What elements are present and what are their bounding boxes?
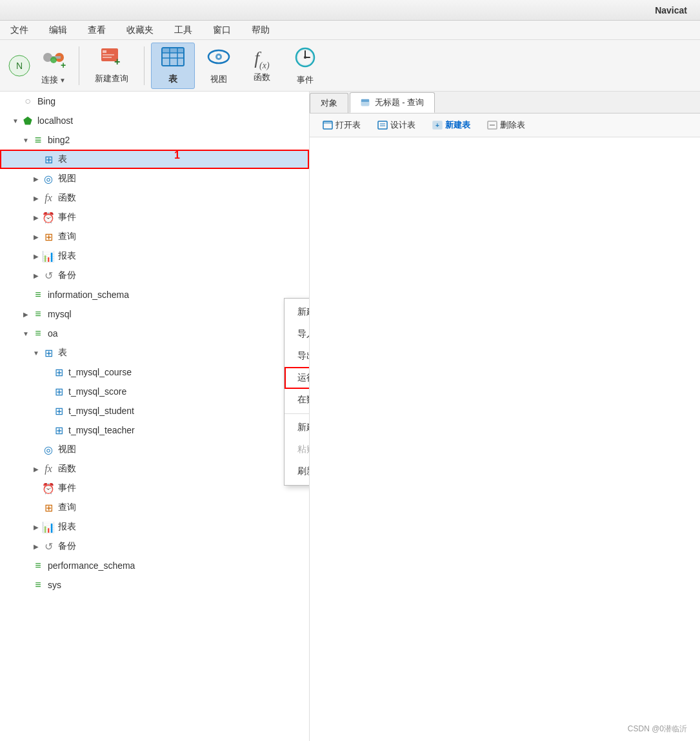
sidebar-item-info-schema[interactable]: ≡ information_schema <box>0 285 309 304</box>
sidebar-item-oa-view[interactable]: ◎ 视图 <box>0 440 309 459</box>
svg-text:N: N <box>16 61 23 71</box>
new-table-button[interactable]: + 新建表 <box>426 117 477 133</box>
oa-report-label: 报表 <box>58 521 76 533</box>
sidebar-item-sys[interactable]: ≡ sys <box>0 575 309 595</box>
sidebar-item-bing2-report[interactable]: ▶ 📊 报表 <box>0 246 309 266</box>
oa-course-label: t_mysql_course <box>68 367 132 377</box>
oa-event-label: 事件 <box>58 482 76 494</box>
ctx-find-in-db[interactable]: 在数据库中查找 <box>285 389 310 411</box>
context-menu: 新建表 导入向导... 导出向导... 运行 SQL 文件... 在数据库中查找… <box>284 298 310 486</box>
menu-window[interactable]: 窗口 <box>209 23 235 37</box>
svg-text:+: + <box>114 56 120 66</box>
oa-backup-label: 备份 <box>58 540 76 552</box>
delete-table-button[interactable]: 删除表 <box>481 117 532 133</box>
sidebar-item-bing2-table[interactable]: ⊞ 表 <box>0 150 309 169</box>
sidebar-item-bing2-backup[interactable]: ▶ ↺ 备份 <box>0 266 309 285</box>
ctx-new-group[interactable]: 新建组 <box>285 417 310 439</box>
right-toolbar: 打开表 设计表 + 新建表 删除表 <box>310 114 700 137</box>
ctx-new-table[interactable]: 新建表 <box>285 301 310 323</box>
sidebar-item-mysql[interactable]: ▶ ≡ mysql <box>0 304 309 324</box>
menu-favorites[interactable]: 收藏夹 <box>123 23 157 37</box>
oa-backup-expand[interactable]: ▶ <box>31 543 41 550</box>
bing2-function-expand[interactable]: ▶ <box>31 195 41 202</box>
function-toolbar-button[interactable]: f(x) 函数 <box>243 43 281 89</box>
bing2-query-expand[interactable]: ▶ <box>31 233 41 241</box>
svg-rect-9 <box>103 54 114 55</box>
tab-object[interactable]: 对象 <box>310 93 348 113</box>
sidebar-item-bing2-event[interactable]: ▶ ⏰ 事件 <box>0 208 309 227</box>
sys-icon: ≡ <box>31 579 45 591</box>
toolbar: N + 连接 ▼ + <box>0 40 700 92</box>
sidebar-item-perf-schema[interactable]: ≡ performance_schema <box>0 556 309 575</box>
bing-icon: ○ <box>21 95 35 107</box>
info-schema-icon: ≡ <box>31 289 45 301</box>
ctx-import[interactable]: 导入向导... <box>285 323 310 345</box>
oa-function-expand[interactable]: ▶ <box>31 466 41 473</box>
bing2-backup-expand[interactable]: ▶ <box>31 272 41 279</box>
mysql-expand[interactable]: ▶ <box>21 311 31 318</box>
sidebar-item-oa[interactable]: ▼ ≡ oa <box>0 324 309 343</box>
sidebar-item-oa-report[interactable]: ▶ 📊 报表 <box>0 517 309 537</box>
sidebar-item-bing2-function[interactable]: ▶ fx 函数 <box>0 188 309 208</box>
menu-file[interactable]: 文件 <box>6 23 32 37</box>
sidebar-item-oa-t-teacher[interactable]: ⊞ t_mysql_teacher <box>0 420 309 440</box>
localhost-icon: ⬟ <box>21 115 35 127</box>
new-table-label: 新建表 <box>445 119 470 131</box>
oa-report-icon: 📊 <box>41 521 55 533</box>
sidebar-item-oa-t-score[interactable]: ⊞ t_mysql_score <box>0 382 309 401</box>
sidebar-item-oa-function[interactable]: ▶ fx 函数 <box>0 459 309 479</box>
svg-text:+: + <box>61 60 66 70</box>
svg-rect-28 <box>361 99 369 102</box>
title-bar: Navicat <box>0 0 700 21</box>
sidebar-item-bing2-query[interactable]: ▶ ⊞ 查询 <box>0 227 309 246</box>
event-toolbar-button[interactable]: 事件 <box>284 43 326 89</box>
event-toolbar-label: 事件 <box>297 74 314 86</box>
sidebar-item-oa-query[interactable]: ⊞ 查询 <box>0 498 309 517</box>
oa-report-expand[interactable]: ▶ <box>31 524 41 531</box>
bing2-label: bing2 <box>48 135 70 145</box>
menu-view[interactable]: 查看 <box>84 23 110 37</box>
sidebar-item-bing2-view[interactable]: ▶ ◎ 视图 <box>0 169 309 188</box>
sidebar-item-oa-t-course[interactable]: ⊞ t_mysql_course <box>0 362 309 382</box>
oa-student-icon: ⊞ <box>52 405 66 417</box>
sidebar-item-bing2[interactable]: ▼ ≡ bing2 <box>0 130 309 150</box>
sidebar-item-oa-backup[interactable]: ▶ ↺ 备份 <box>0 537 309 556</box>
svg-rect-31 <box>378 121 387 129</box>
event-icon-sidebar: ⏰ <box>41 212 55 224</box>
oa-view-icon: ◎ <box>41 444 55 456</box>
open-table-button[interactable]: 打开表 <box>316 117 367 133</box>
view-toolbar-button[interactable]: 视图 <box>197 43 240 89</box>
new-query-button[interactable]: + 新建查询 <box>86 43 137 89</box>
connect-button[interactable]: + 连接 ▼ <box>35 43 72 89</box>
sidebar-item-oa-event[interactable]: ⏰ 事件 <box>0 479 309 498</box>
menu-tools[interactable]: 工具 <box>170 23 196 37</box>
sidebar-item-oa-t-student[interactable]: ⊞ t_mysql_student <box>0 401 309 420</box>
design-table-button[interactable]: 设计表 <box>371 117 422 133</box>
view-toolbar-label: 视图 <box>210 74 227 85</box>
localhost-label: localhost <box>37 115 73 126</box>
localhost-expand-arrow[interactable]: ▼ <box>10 117 21 124</box>
menu-edit[interactable]: 编辑 <box>45 23 71 37</box>
sidebar-item-localhost[interactable]: ▼ ⬟ localhost <box>0 111 309 130</box>
menu-help[interactable]: 帮助 <box>248 23 274 37</box>
bing2-icon: ≡ <box>31 133 45 147</box>
oa-table-expand[interactable]: ▼ <box>31 350 41 357</box>
svg-rect-18 <box>162 48 184 53</box>
bing2-backup-label: 备份 <box>58 270 76 281</box>
ctx-run-sql[interactable]: 运行 SQL 文件... <box>285 367 310 389</box>
oa-expand[interactable]: ▼ <box>21 330 31 337</box>
bing2-view-expand[interactable]: ▶ <box>31 175 41 183</box>
bing2-event-expand[interactable]: ▶ <box>31 214 41 221</box>
svg-point-5 <box>50 57 57 63</box>
ctx-export[interactable]: 导出向导... <box>285 345 310 367</box>
app-logo: N <box>6 53 32 79</box>
bing2-expand-arrow[interactable]: ▼ <box>21 137 31 144</box>
ctx-refresh[interactable]: 刷新 <box>285 460 310 482</box>
sidebar-item-oa-table[interactable]: ▼ ⊞ 表 <box>0 343 309 362</box>
sidebar-item-bing[interactable]: ○ Bing <box>0 92 309 111</box>
oa-table-label: 表 <box>58 347 67 359</box>
bing2-report-expand[interactable]: ▶ <box>31 253 41 260</box>
new-query-label: 新建查询 <box>95 73 128 84</box>
tab-query[interactable]: 无标题 - 查询 <box>350 92 435 113</box>
table-toolbar-button[interactable]: 表 <box>151 43 195 89</box>
